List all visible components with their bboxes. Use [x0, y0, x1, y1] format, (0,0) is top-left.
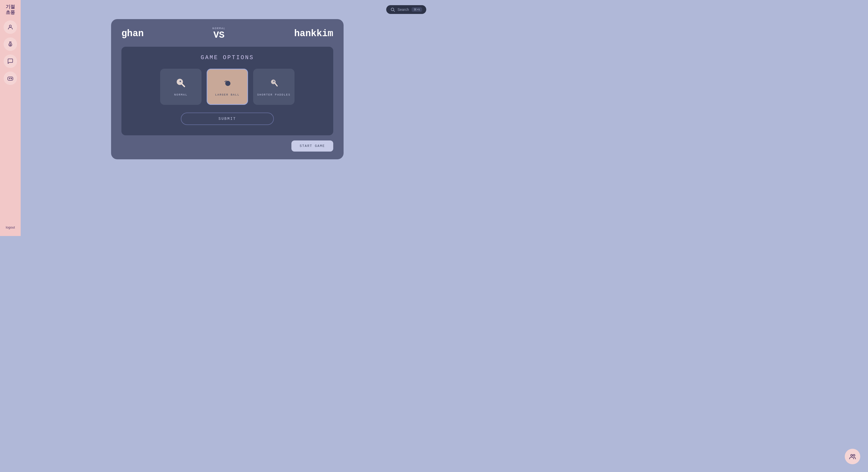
option-larger-ball[interactable]: LARGER BALL [207, 69, 248, 105]
svg-line-15 [225, 81, 226, 82]
svg-point-13 [180, 81, 181, 82]
vs-label: VS [212, 30, 226, 40]
option-cards: NORMAL LARGER BALL [129, 69, 326, 105]
search-label: Search [398, 7, 409, 11]
sidebar-logo: 기절 초풍 [6, 4, 15, 15]
game-options-panel: GAME OPTIONS NORMAL [121, 47, 333, 135]
normal-paddle-icon [175, 77, 187, 90]
shorter-paddles-icon [268, 77, 280, 90]
chat-icon [7, 58, 13, 64]
search-icon [390, 7, 395, 12]
svg-line-18 [275, 84, 277, 86]
svg-line-12 [182, 84, 184, 87]
gamepad-icon [7, 75, 13, 81]
sidebar-item-game[interactable] [4, 71, 17, 85]
game-card: ghan NORMAL VS hankkim GAME OPTIONS [111, 19, 344, 159]
sidebar-item-chat[interactable] [4, 55, 17, 68]
start-game-row: START GAME [121, 140, 333, 152]
option-normal-label: NORMAL [174, 93, 188, 96]
svg-point-0 [9, 25, 11, 27]
player1-name: ghan [121, 28, 144, 39]
player2-name: hankkim [294, 28, 333, 39]
option-larger-ball-label: LARGER BALL [215, 93, 240, 96]
vs-center: NORMAL VS [212, 27, 226, 40]
svg-point-8 [11, 78, 12, 79]
option-shorter-paddles-label: SHORTER PADDLES [257, 93, 290, 96]
svg-marker-3 [9, 44, 11, 46]
main-content: Search ⌘+k ghan NORMAL VS hankkim GAME O… [21, 0, 434, 236]
svg-line-10 [394, 10, 395, 11]
topbar: Search ⌘+k [28, 5, 426, 14]
medal-icon [7, 41, 13, 47]
start-game-button[interactable]: START GAME [291, 140, 333, 152]
person-icon [7, 24, 13, 30]
sidebar-nav [4, 21, 17, 225]
submit-button[interactable]: SUBMIT [181, 113, 274, 125]
larger-ball-icon [221, 77, 234, 90]
search-bar[interactable]: Search ⌘+k [386, 5, 426, 14]
sidebar-item-achievements[interactable] [4, 37, 17, 51]
logout-button[interactable]: logout [6, 225, 15, 232]
game-mode-label: NORMAL [212, 27, 226, 30]
sidebar-item-profile[interactable] [4, 21, 17, 34]
vs-header: ghan NORMAL VS hankkim [121, 27, 333, 40]
svg-point-19 [273, 81, 275, 82]
svg-point-14 [225, 81, 230, 86]
game-options-title: GAME OPTIONS [129, 55, 326, 61]
search-shortcut: ⌘+k [411, 7, 422, 12]
option-normal[interactable]: NORMAL [160, 69, 202, 105]
option-shorter-paddles[interactable]: SHORTER PADDLES [253, 69, 294, 105]
svg-rect-4 [8, 77, 13, 80]
sidebar: 기절 초풍 [0, 0, 21, 236]
